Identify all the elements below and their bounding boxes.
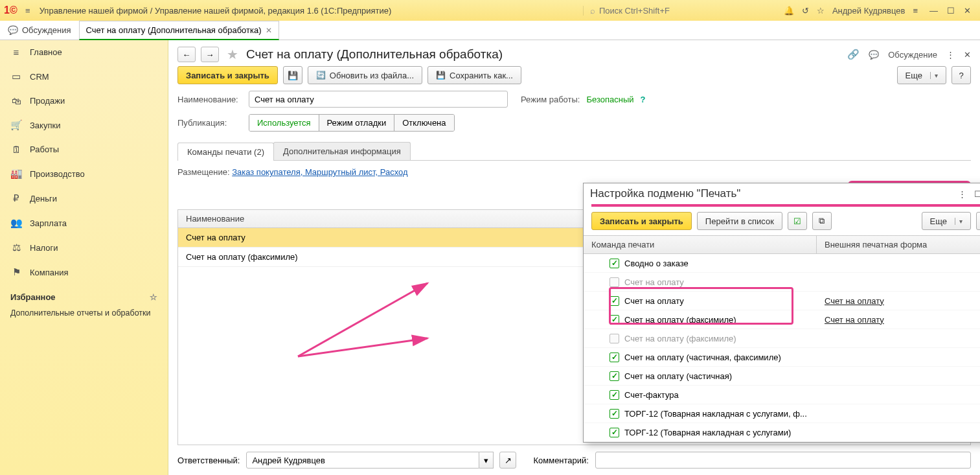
back-button[interactable]: ← [177, 47, 196, 62]
star-outline-icon[interactable]: ☆ [150, 292, 157, 302]
popup-row[interactable]: ✓Счет на оплатуСчет на оплату [584, 292, 980, 310]
popup-row[interactable]: ✓Счет на оплату (частичная) [584, 367, 980, 386]
minimize-icon[interactable]: — [929, 6, 938, 16]
hamburger-icon[interactable]: ≡ [21, 6, 34, 16]
popup-row[interactable]: Счет на оплату [584, 273, 980, 292]
nav-sales[interactable]: 🛍Продажи [0, 89, 168, 113]
history-icon[interactable]: ↺ [802, 6, 809, 16]
settings-icon[interactable]: ≡ [913, 6, 918, 16]
star-icon[interactable]: ☆ [817, 6, 825, 16]
tab-additional-info[interactable]: Дополнительная информация [273, 142, 411, 160]
save-as-icon: 💾 [436, 71, 446, 80]
popup-help-button[interactable]: ? [976, 212, 980, 230]
tab-close-icon[interactable]: ✕ [266, 26, 272, 35]
nav-production[interactable]: 🏭Производство [0, 161, 168, 186]
discussions-tab[interactable]: 💬 Обсуждения [0, 20, 80, 40]
nav-label: Главное [30, 47, 62, 57]
popup-go-list-button[interactable]: Перейти в список [697, 212, 782, 230]
help-button[interactable]: ? [952, 66, 971, 84]
nav-salary[interactable]: 👥Зарплата [0, 211, 168, 235]
checkbox[interactable]: ✓ [610, 259, 619, 268]
checkbox[interactable] [610, 277, 619, 287]
popup-save-close-button[interactable]: Записать и закрыть [591, 212, 692, 230]
mode-help-icon[interactable]: ? [641, 95, 646, 104]
name-label: Наименование: [177, 95, 242, 104]
checkbox[interactable]: ✓ [610, 315, 619, 325]
favorites-title: Избранное [10, 292, 56, 302]
nav-label: Закупки [30, 121, 60, 130]
checkbox[interactable]: ✓ [610, 390, 619, 400]
popup-copy-button[interactable]: ⧉ [812, 212, 832, 230]
checkbox[interactable]: ✓ [610, 296, 619, 306]
tab-print-commands[interactable]: Команды печати (2) [177, 143, 274, 161]
popup-row[interactable]: ✓ТОРГ-12 (Товарная накладная с услугами) [584, 423, 980, 442]
save-and-close-button[interactable]: Записать и закрыть [177, 66, 278, 84]
row-label: Счет на оплату [624, 296, 684, 306]
update-from-file-button[interactable]: 🔄Обновить из файла... [308, 66, 422, 84]
popup-row[interactable]: ✓Сводно о заказе [584, 254, 980, 273]
nav-crm[interactable]: ▭CRM [0, 64, 168, 89]
nav-purchases[interactable]: 🛒Закупки [0, 113, 168, 137]
checkbox[interactable]: ✓ [610, 409, 619, 419]
sidebar: ≡Главное ▭CRM 🛍Продажи 🛒Закупки 🗓Работы … [0, 40, 168, 475]
row-link[interactable]: Счет на оплату [825, 296, 884, 306]
close-icon[interactable]: ✕ [964, 6, 971, 16]
maximize-icon[interactable]: ☐ [947, 6, 955, 16]
bell-icon[interactable]: 🔔 [784, 6, 794, 16]
nav-taxes[interactable]: ⚖Налоги [0, 235, 168, 260]
forward-button[interactable]: → [201, 47, 219, 62]
checkbox[interactable]: ✓ [610, 353, 619, 362]
copy-icon: ⧉ [819, 216, 825, 226]
popup-row[interactable]: ✓Счет на оплату (факсимиле)Счет на оплат… [584, 310, 980, 329]
chat-icon: 💬 [8, 25, 18, 35]
publication-segmented: Используется Режим отладки Отключена [249, 114, 455, 132]
checkbox[interactable] [610, 334, 619, 343]
popup-maximize-icon[interactable]: ☐ [974, 189, 980, 199]
responsible-dropdown-icon[interactable]: ▾ [479, 452, 494, 469]
row-label: ТОРГ-12 (Товарная накладная с услугами) [624, 428, 791, 437]
comment-input[interactable] [595, 452, 971, 469]
nav-main[interactable]: ≡Главное [0, 40, 168, 64]
popup-row[interactable]: Счет на оплату (факсимиле) [584, 329, 980, 348]
checkbox[interactable]: ✓ [610, 428, 619, 437]
user-name[interactable]: Андрей Кудрявцев [832, 6, 905, 16]
favorite-toggle-icon[interactable]: ★ [227, 47, 238, 62]
nav-label: Работы [30, 145, 59, 154]
nav-works[interactable]: 🗓Работы [0, 137, 168, 161]
save-as-button[interactable]: 💾Сохранить как... [427, 66, 521, 84]
popup-row[interactable]: ✓Счет-фактура [584, 386, 980, 404]
close-form-icon[interactable]: ✕ [964, 50, 971, 60]
nav-money[interactable]: ₽Деньги [0, 186, 168, 211]
document-tab[interactable]: Счет на оплату (Дополнительная обработка… [79, 21, 279, 40]
popup-more-button[interactable]: Еще▾ [922, 212, 971, 230]
discussion-icon[interactable]: 💬 [869, 50, 879, 60]
pub-option-debug[interactable]: Режим отладки [319, 115, 395, 131]
search-input[interactable] [599, 6, 761, 16]
kebab-icon[interactable]: ⋮ [946, 50, 955, 60]
popup-row[interactable]: ✓Счет на оплату (частичная, факсимиле) [584, 348, 980, 367]
global-search[interactable]: ⌕ [583, 6, 777, 16]
pub-option-off[interactable]: Отключена [394, 115, 453, 131]
placement-link[interactable]: Заказ покупателя, Маршрутный лист, Расхо… [232, 167, 408, 177]
discussion-label[interactable]: Обсуждение [888, 50, 937, 60]
crm-icon: ▭ [10, 71, 22, 82]
link-icon[interactable]: 🔗 [847, 49, 860, 60]
name-input[interactable] [249, 91, 508, 108]
pub-option-used[interactable]: Используется [249, 115, 319, 131]
popup-kebab-icon[interactable]: ⋮ [958, 189, 966, 199]
row-label: Сводно о заказе [624, 259, 689, 268]
label: Еще [930, 216, 947, 226]
popup-grid: ✓Сводно о заказеСчет на оплату✓Счет на о… [584, 254, 980, 442]
favorites-item[interactable]: Дополнительные отчеты и обработки [0, 305, 168, 321]
nav-company[interactable]: ⚑Компания [0, 260, 168, 284]
checkbox[interactable]: ✓ [610, 371, 619, 381]
popup-check-all-button[interactable]: ☑ [788, 212, 807, 230]
more-button[interactable]: Еще▾ [897, 66, 946, 84]
responsible-open-icon[interactable]: ↗ [499, 452, 516, 469]
responsible-input[interactable] [246, 452, 479, 469]
row-link[interactable]: Счет на оплату [825, 315, 884, 325]
row-label: Счет на оплату (частичная) [624, 371, 732, 381]
popup-row[interactable]: ✓ТОРГ-12 (Товарная накладная с услугами,… [584, 404, 980, 423]
label: Сохранить как... [450, 71, 513, 80]
save-button[interactable]: 💾 [283, 66, 302, 84]
